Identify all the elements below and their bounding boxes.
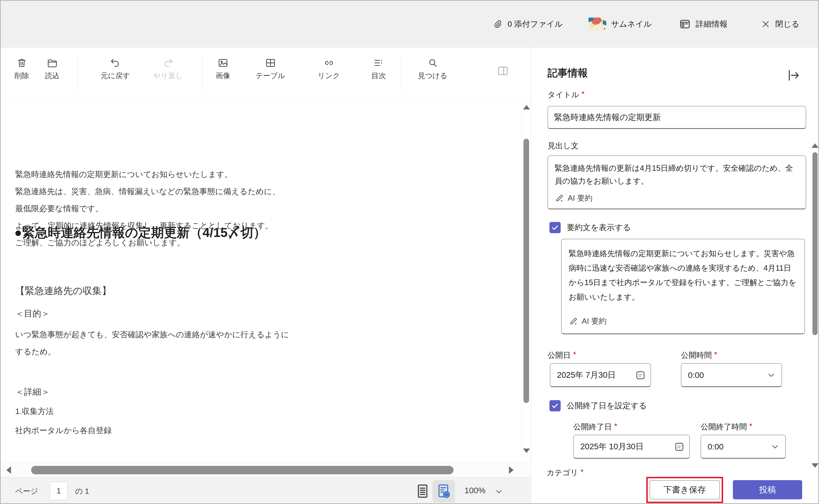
load-label: 読込 bbox=[45, 71, 59, 81]
checkbox-checked-icon[interactable] bbox=[550, 222, 561, 233]
thumbnail-image-icon bbox=[589, 18, 606, 31]
zoom-level-label[interactable]: 100% bbox=[465, 486, 486, 495]
chevron-down-icon bbox=[766, 370, 776, 380]
thumbnail-label: サムネイル bbox=[611, 19, 652, 29]
title-field-label: タイトル* bbox=[548, 90, 585, 100]
end-time-value: 0:00 bbox=[708, 442, 724, 451]
headline-textarea[interactable]: 緊急連絡先情報の更新は4月15日締め切りです。安全確認のため、全員の協力をお願い… bbox=[548, 156, 806, 209]
thumbnail-button[interactable]: サムネイル bbox=[589, 1, 652, 47]
details-button[interactable]: 詳細情報 bbox=[679, 1, 728, 47]
publish-time-value: 0:00 bbox=[688, 370, 704, 380]
doc-text-line: 緊急連絡先は、災害、急病、情報漏えいなどの緊急事態に備えるために、 bbox=[15, 186, 280, 197]
document-vertical-scrollbar[interactable] bbox=[522, 99, 531, 463]
headline-field-label: 見出し文 bbox=[548, 141, 579, 151]
required-marker: * bbox=[573, 350, 576, 361]
collapse-panel-icon[interactable] bbox=[786, 68, 801, 83]
toc-list-icon bbox=[373, 57, 384, 69]
summary-textarea[interactable]: 緊急時連絡先情報の定期更新についてお知らせします。災害や急病時に迅速な安否確認や… bbox=[561, 239, 805, 334]
required-marker: * bbox=[582, 90, 585, 100]
set-end-date-label: 公開終了日を設定する bbox=[567, 400, 647, 411]
end-date-input[interactable]: 2025年 10月30日 bbox=[573, 435, 690, 459]
show-summary-checkbox-row[interactable]: 要約文を表示する bbox=[550, 222, 631, 233]
delete-label: 削除 bbox=[15, 71, 29, 81]
publish-date-input[interactable]: 2025年 7月30日 bbox=[550, 363, 651, 387]
toc-button[interactable]: 目次 bbox=[362, 57, 395, 81]
link-label: リンク bbox=[318, 71, 340, 81]
set-end-date-checkbox-row[interactable]: 公開終了日を設定する bbox=[550, 400, 647, 411]
scroll-down-icon[interactable] bbox=[812, 463, 819, 468]
doc-subheading: ＜詳細＞ bbox=[15, 386, 50, 398]
scroll-down-icon[interactable] bbox=[523, 449, 530, 453]
redo-icon bbox=[162, 57, 174, 69]
doc-text-line: 最低限必要な情報です。 bbox=[15, 203, 103, 214]
ai-summary-button[interactable]: AI 要約 bbox=[569, 314, 607, 328]
undo-label: 元に戻す bbox=[101, 71, 130, 81]
delete-button[interactable]: 削除 bbox=[9, 57, 35, 81]
title-input[interactable] bbox=[548, 106, 806, 129]
ai-summary-button[interactable]: AI 要約 bbox=[555, 192, 593, 204]
editor-toolbar: 削除 読込 元に戻す bbox=[1, 47, 531, 99]
end-time-select[interactable]: 0:00 bbox=[701, 435, 786, 459]
toolbar-separator bbox=[202, 54, 202, 91]
category-label: カテゴリ* bbox=[547, 468, 584, 478]
close-button[interactable]: 閉じる bbox=[761, 1, 800, 47]
checkbox-checked-icon[interactable] bbox=[550, 400, 561, 411]
load-button[interactable]: 読込 bbox=[39, 57, 65, 81]
link-button[interactable]: リンク bbox=[311, 57, 347, 81]
scroll-up-icon[interactable] bbox=[812, 143, 819, 148]
horizontal-scrollbar-thumb[interactable] bbox=[31, 466, 454, 474]
web-view-button[interactable] bbox=[433, 480, 455, 502]
end-date-label: 公開終了日* bbox=[573, 422, 617, 432]
undo-button[interactable]: 元に戻す bbox=[92, 57, 139, 81]
trash-icon bbox=[16, 57, 27, 69]
close-icon bbox=[761, 19, 771, 29]
title-input-value[interactable] bbox=[548, 113, 806, 122]
scroll-right-icon[interactable] bbox=[509, 466, 514, 474]
text-view-icon[interactable] bbox=[416, 483, 430, 499]
calendar-icon[interactable] bbox=[635, 369, 646, 381]
publish-time-select[interactable]: 0:00 bbox=[681, 363, 782, 387]
redo-button[interactable]: やり直し bbox=[145, 57, 191, 81]
page-number-input[interactable] bbox=[50, 482, 68, 500]
scroll-up-icon[interactable] bbox=[523, 105, 530, 109]
calendar-icon[interactable] bbox=[674, 441, 685, 453]
panel-action-bar: 下書き保存 投稿 bbox=[531, 477, 819, 504]
required-marker: * bbox=[749, 422, 752, 432]
ai-pen-icon bbox=[569, 316, 579, 326]
close-label: 閉じる bbox=[775, 19, 800, 29]
scroll-left-icon[interactable] bbox=[6, 466, 11, 474]
table-button[interactable]: テーブル bbox=[251, 57, 290, 81]
panel-scrollbar[interactable] bbox=[810, 141, 819, 473]
zoom-chevron-down-icon[interactable] bbox=[494, 487, 504, 497]
ai-pen-icon bbox=[555, 193, 565, 203]
web-view-icon bbox=[436, 483, 451, 499]
image-button[interactable]: 画像 bbox=[209, 57, 237, 81]
headline-text: 緊急連絡先情報の更新は4月15日締め切りです。安全確認のため、全員の協力をお願い… bbox=[548, 156, 806, 187]
paperclip-icon bbox=[492, 19, 503, 29]
toc-label: 目次 bbox=[371, 71, 386, 81]
ai-summary-label: AI 要約 bbox=[582, 314, 607, 328]
image-icon bbox=[217, 57, 229, 69]
page-total-label: の 1 bbox=[75, 486, 89, 497]
find-button[interactable]: 見つける bbox=[412, 57, 453, 81]
doc-text-line: 1.収集方法 bbox=[15, 406, 54, 417]
chevron-down-icon bbox=[770, 442, 780, 452]
table-icon bbox=[265, 57, 276, 69]
side-panel-toggle-icon[interactable] bbox=[496, 64, 510, 77]
attachments-button[interactable]: 0 添付ファイル bbox=[492, 1, 563, 47]
panel-scrollbar-thumb[interactable] bbox=[812, 152, 818, 335]
document-canvas[interactable]: ●緊急時連絡先情報の定期更新（4/15〆切） 緊急時連絡先情報の定期更新について… bbox=[1, 99, 522, 463]
doc-text-line: 緊急時連絡先情報の定期更新についてお知らせいたします。 bbox=[15, 169, 232, 180]
doc-text-line: いつ緊急事態が起きても、安否確認や家族への連絡が速やかに行えるように bbox=[15, 329, 289, 340]
post-button[interactable]: 投稿 bbox=[733, 480, 802, 499]
doc-text-line: 社内ポータルから各自登録 bbox=[15, 425, 112, 436]
publish-date-label: 公開日* bbox=[548, 350, 576, 361]
find-label: 見つける bbox=[418, 71, 447, 81]
vertical-scrollbar-thumb[interactable] bbox=[524, 139, 529, 403]
doc-subheading: ＜目的＞ bbox=[15, 308, 50, 319]
redo-label: やり直し bbox=[153, 71, 183, 81]
required-marker: * bbox=[614, 422, 617, 432]
save-draft-button[interactable]: 下書き保存 bbox=[650, 480, 720, 499]
document-horizontal-scrollbar[interactable] bbox=[1, 463, 531, 477]
doc-text-line: ご理解、ご協力のほどよろしくお願いします。 bbox=[15, 237, 185, 248]
